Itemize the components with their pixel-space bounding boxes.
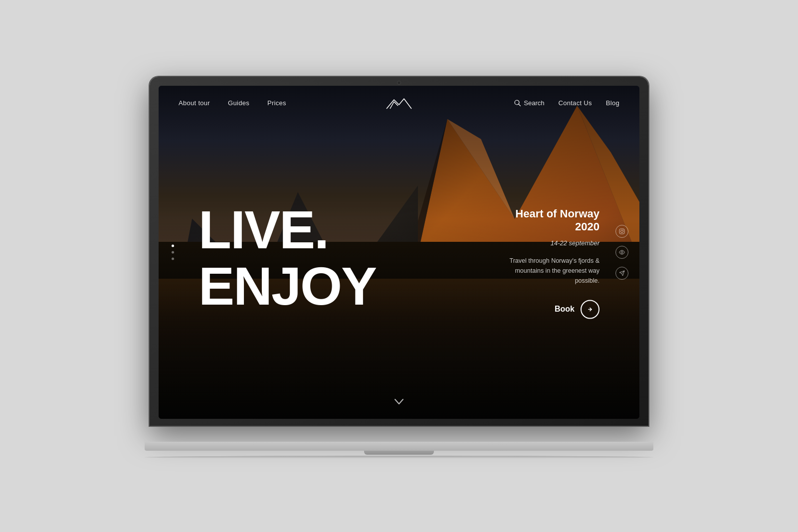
svg-point-10 [623, 229, 623, 230]
nav-guides[interactable]: Guides [228, 99, 249, 107]
laptop-base-shadow [145, 456, 653, 459]
screen: About tour Guides Prices [159, 86, 639, 419]
svg-point-11 [621, 251, 623, 253]
slide-dot-2[interactable] [172, 251, 174, 253]
book-arrow-icon [581, 300, 599, 319]
nav-prices[interactable]: Prices [267, 99, 286, 107]
nav-left: About tour Guides Prices [179, 99, 286, 107]
laptop-mockup: About tour Guides Prices [125, 42, 673, 491]
slide-dot-1[interactable] [172, 244, 174, 247]
tour-dates: 14-22 september [500, 240, 599, 247]
camera-icon[interactable] [615, 246, 628, 259]
social-icons [615, 225, 628, 280]
nav-contact[interactable]: Contact Us [558, 99, 592, 107]
site-logo[interactable] [384, 95, 414, 112]
hero-headline: LIVE. ENJOY [199, 202, 376, 313]
slide-indicators [172, 244, 174, 260]
laptop-camera [397, 81, 401, 85]
search-label: Search [524, 99, 544, 107]
book-button[interactable]: Book [555, 300, 599, 319]
instagram-icon[interactable] [615, 225, 628, 238]
hero-content: LIVE. ENJOY Heart of Norway 2020 14-22 s… [159, 86, 639, 419]
slide-dot-3[interactable] [172, 257, 174, 260]
send-icon[interactable] [615, 267, 628, 280]
book-label: Book [555, 305, 575, 314]
svg-rect-8 [619, 229, 624, 234]
tour-description: Travel through Norway's fjords & mountai… [500, 256, 599, 286]
search-nav-item[interactable]: Search [514, 99, 544, 107]
nav-blog[interactable]: Blog [606, 99, 619, 107]
nav-about-tour[interactable]: About tour [179, 99, 210, 107]
hero-info-panel: Heart of Norway 2020 14-22 september Tra… [500, 207, 599, 319]
tour-title: Heart of Norway 2020 [500, 207, 599, 234]
laptop-hinge [364, 451, 434, 455]
laptop-base [145, 442, 653, 456]
laptop-body: About tour Guides Prices [150, 77, 648, 456]
svg-line-7 [519, 104, 521, 106]
svg-point-9 [621, 230, 623, 232]
laptop-bezel: About tour Guides Prices [150, 77, 648, 426]
nav-right: Search Contact Us Blog [514, 99, 619, 107]
hero-line1: LIVE. [199, 202, 376, 256]
navigation: About tour Guides Prices [159, 86, 639, 121]
scroll-down-indicator[interactable] [394, 397, 404, 408]
svg-point-6 [515, 100, 519, 105]
laptop-base-top [145, 442, 653, 451]
hero-line2: ENJOY [199, 259, 376, 313]
